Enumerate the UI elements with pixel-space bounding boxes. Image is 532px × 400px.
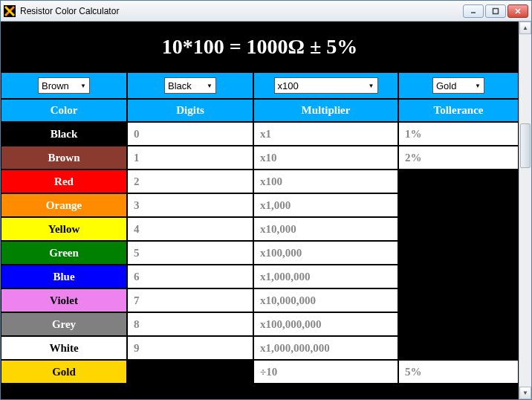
digit-cell: 8 bbox=[127, 312, 253, 336]
app-icon bbox=[4, 5, 16, 17]
digit-cell: 7 bbox=[127, 288, 253, 312]
table-row: Orange3x1,000 bbox=[1, 193, 519, 217]
digit-cell: 6 bbox=[127, 265, 253, 288]
color-name-cell: Grey bbox=[1, 312, 127, 336]
multiplier-dropdown[interactable]: x100 ▼ bbox=[274, 77, 378, 94]
scroll-down-arrow[interactable]: ▼ bbox=[519, 387, 531, 399]
band2-value: Black bbox=[168, 80, 192, 91]
tolerance-cell bbox=[398, 193, 519, 217]
multiplier-cell: x100,000 bbox=[253, 241, 398, 265]
dropdown-row: Brown ▼ Black ▼ x100 ▼ bbox=[1, 72, 519, 99]
tolerance-value: Gold bbox=[436, 80, 456, 91]
color-name-cell: Orange bbox=[1, 193, 127, 217]
app-window: Resistor Color Calculator 10*100 = 1000Ω… bbox=[0, 0, 532, 400]
table-row: Grey8x100,000,000 bbox=[1, 312, 519, 336]
close-button[interactable] bbox=[507, 4, 528, 18]
window-title: Resistor Color Calculator bbox=[20, 6, 463, 16]
minimize-button[interactable] bbox=[463, 4, 484, 18]
result-display: 10*100 = 1000Ω ± 5% bbox=[1, 22, 519, 72]
table-body: Black0x11%Brown1x102%Red2x100Orange3x1,0… bbox=[1, 122, 519, 384]
table-row: Red2x100 bbox=[1, 170, 519, 193]
table-header: Color Digits Multiplier Tollerance bbox=[1, 99, 519, 122]
table-row: Blue6x1,000,000 bbox=[1, 265, 519, 288]
tolerance-cell bbox=[398, 288, 519, 312]
vertical-scrollbar[interactable]: ▲ ▼ bbox=[519, 22, 531, 399]
chevron-down-icon: ▼ bbox=[475, 83, 481, 89]
digit-cell: 3 bbox=[127, 193, 253, 217]
chevron-down-icon: ▼ bbox=[80, 83, 86, 89]
header-digits: Digits bbox=[127, 99, 253, 122]
band2-cell: Black ▼ bbox=[127, 72, 253, 99]
table-row: Yellow4x10,000 bbox=[1, 217, 519, 241]
multiplier-cell: x1,000,000 bbox=[253, 265, 398, 288]
window-buttons bbox=[463, 4, 528, 18]
header-tolerance: Tollerance bbox=[398, 99, 519, 122]
table-row: Violet7x10,000,000 bbox=[1, 288, 519, 312]
tolerance-cell bbox=[398, 170, 519, 193]
tolerance-dropdown[interactable]: Gold ▼ bbox=[432, 77, 484, 94]
color-name-cell: Brown bbox=[1, 146, 127, 170]
color-name-cell: Violet bbox=[1, 288, 127, 312]
scroll-track[interactable] bbox=[519, 34, 531, 387]
table-row: Brown1x102% bbox=[1, 146, 519, 170]
band1-cell: Brown ▼ bbox=[1, 72, 127, 99]
digit-cell: 1 bbox=[127, 146, 253, 170]
band2-dropdown[interactable]: Black ▼ bbox=[164, 77, 216, 94]
multiplier-value: x100 bbox=[278, 80, 299, 91]
multiplier-cell: x10,000 bbox=[253, 217, 398, 241]
tolerance-cell bbox=[398, 241, 519, 265]
tolerance-cell bbox=[398, 336, 519, 360]
scroll-thumb[interactable] bbox=[520, 123, 531, 168]
chevron-down-icon: ▼ bbox=[207, 83, 213, 89]
tolerance-cell bbox=[398, 312, 519, 336]
titlebar: Resistor Color Calculator bbox=[1, 1, 531, 22]
digit-cell: 9 bbox=[127, 336, 253, 360]
table-row: Black0x11% bbox=[1, 122, 519, 146]
digit-cell: 4 bbox=[127, 217, 253, 241]
multiplier-cell: x100 bbox=[253, 170, 398, 193]
content: 10*100 = 1000Ω ± 5% Brown ▼ Black ▼ bbox=[1, 22, 519, 399]
color-name-cell: Gold bbox=[1, 360, 127, 384]
table-row: White9x1,000,000,000 bbox=[1, 336, 519, 360]
table-row: Green5x100,000 bbox=[1, 241, 519, 265]
multiplier-cell: x100,000,000 bbox=[253, 312, 398, 336]
tolerance-cell: 5% bbox=[398, 360, 519, 384]
digit-cell: 0 bbox=[127, 122, 253, 146]
color-name-cell: Green bbox=[1, 241, 127, 265]
digit-cell: 5 bbox=[127, 241, 253, 265]
multiplier-cell: ÷10 bbox=[253, 360, 398, 384]
band1-dropdown[interactable]: Brown ▼ bbox=[38, 77, 90, 94]
color-name-cell: Blue bbox=[1, 265, 127, 288]
multiplier-cell: x1,000,000,000 bbox=[253, 336, 398, 360]
header-color: Color bbox=[1, 99, 127, 122]
tolerance-cell: 2% bbox=[398, 146, 519, 170]
client-area: 10*100 = 1000Ω ± 5% Brown ▼ Black ▼ bbox=[1, 22, 531, 399]
color-name-cell: Red bbox=[1, 170, 127, 193]
multiplier-cell: x1,000 bbox=[253, 193, 398, 217]
digit-cell bbox=[127, 360, 253, 384]
maximize-button[interactable] bbox=[485, 4, 506, 18]
table-row: Gold÷105% bbox=[1, 360, 519, 384]
tolerance-cell: Gold ▼ bbox=[398, 72, 519, 99]
multiplier-cell: x10,000,000 bbox=[253, 288, 398, 312]
band1-value: Brown bbox=[42, 80, 69, 91]
svg-rect-2 bbox=[493, 8, 499, 13]
multiplier-cell: x1 bbox=[253, 122, 398, 146]
color-name-cell: Black bbox=[1, 122, 127, 146]
tolerance-cell: 1% bbox=[398, 122, 519, 146]
multiplier-cell: x100 ▼ bbox=[253, 72, 398, 99]
multiplier-cell: x10 bbox=[253, 146, 398, 170]
digit-cell: 2 bbox=[127, 170, 253, 193]
scroll-up-arrow[interactable]: ▲ bbox=[519, 22, 531, 34]
tolerance-cell bbox=[398, 217, 519, 241]
tolerance-cell bbox=[398, 265, 519, 288]
header-multiplier: Multiplier bbox=[253, 99, 398, 122]
color-name-cell: White bbox=[1, 336, 127, 360]
chevron-down-icon: ▼ bbox=[369, 83, 374, 89]
color-name-cell: Yellow bbox=[1, 217, 127, 241]
